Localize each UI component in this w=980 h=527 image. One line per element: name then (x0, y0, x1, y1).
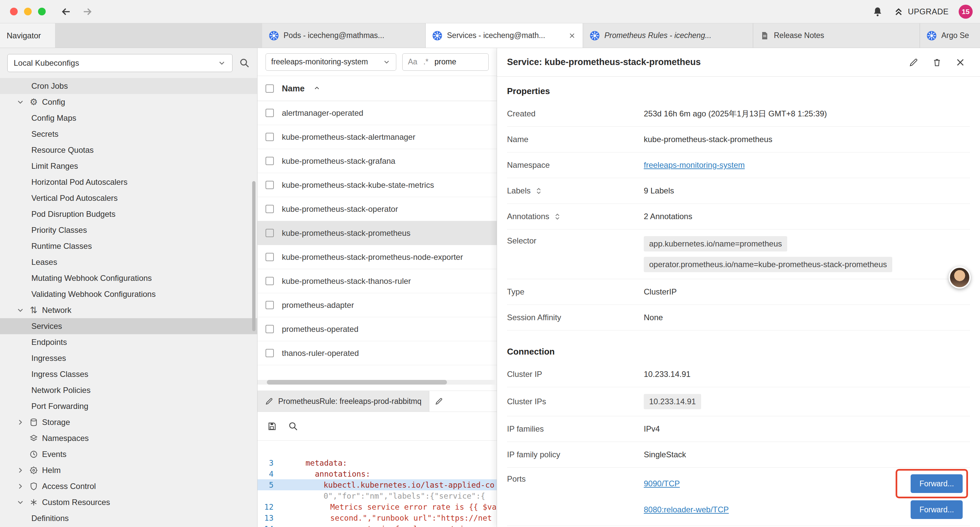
minimize-window-button[interactable] (24, 8, 32, 15)
search-icon[interactable] (239, 58, 250, 68)
table-row[interactable]: thanos-ruler-operated (258, 341, 497, 365)
sidebar-item-helm[interactable]: Helm (0, 462, 257, 478)
yaml-editor[interactable]: 3metadata: 4annotations: 5kubectl.kubern… (258, 441, 497, 527)
table-row[interactable]: kube-prometheus-stack-alertmanager (258, 125, 497, 149)
sidebar-item-leases[interactable]: Leases (0, 254, 257, 270)
editor-tab-prometheusrule[interactable]: PrometheusRule: freeleaps-prod-rabbitmq (258, 391, 429, 412)
row-checkbox[interactable] (266, 301, 274, 309)
edit-button[interactable] (908, 57, 919, 67)
sidebar-item-services[interactable]: Services (0, 318, 257, 334)
namespace-link[interactable]: freeleaps-monitoring-system (644, 159, 745, 171)
session-affinity-value: None (644, 312, 663, 323)
tab-services[interactable]: Services - icecheng@math... (426, 23, 583, 48)
row-checkbox[interactable] (266, 229, 274, 237)
table-row[interactable]: kube-prometheus-stack-thanos-ruler (258, 269, 497, 293)
table-row[interactable]: kube-prometheus-stack-kube-state-metrics (258, 173, 497, 197)
chevron-down-icon (383, 58, 391, 66)
row-checkbox[interactable] (266, 253, 274, 261)
horizontal-scrollbar[interactable] (258, 380, 497, 385)
row-checkbox[interactable] (266, 349, 274, 357)
regex-toggle[interactable]: .* (423, 57, 428, 66)
forward-port-button[interactable]: Forward... (911, 500, 963, 519)
sidebar-item-ingresses[interactable]: Ingresses (0, 350, 257, 366)
bell-icon[interactable] (872, 6, 883, 18)
sidebar-item-cron-jobs[interactable]: Cron Jobs (0, 78, 257, 94)
sidebar-item-pod-disruption-budgets[interactable]: Pod Disruption Budgets (0, 206, 257, 222)
expand-collapse-icon[interactable] (554, 212, 562, 220)
match-case-toggle[interactable]: Aa (408, 57, 417, 66)
tab-argo[interactable]: Argo Se (920, 23, 980, 48)
sidebar-item-endpoints[interactable]: Endpoints (0, 334, 257, 350)
forward-port-button[interactable]: Forward... (911, 474, 963, 493)
sidebar-item-storage[interactable]: Storage (0, 414, 257, 430)
delete-button[interactable] (932, 57, 942, 67)
editor-tab-hidden[interactable] (429, 391, 449, 412)
kubeconfig-selector[interactable]: Local Kubeconfigs (7, 54, 232, 72)
sidebar-item-network[interactable]: ⇅ Network (0, 302, 257, 318)
table-row[interactable]: kube-prometheus-stack-prometheus-node-ex… (258, 245, 497, 269)
sidebar-item-ingress-classes[interactable]: Ingress Classes (0, 366, 257, 382)
row-checkbox[interactable] (266, 325, 274, 333)
save-icon[interactable] (267, 421, 277, 431)
sidebar-item-definitions[interactable]: Definitions (0, 510, 257, 526)
row-checkbox[interactable] (266, 133, 274, 141)
table-row[interactable]: kube-prometheus-stack-grafana (258, 149, 497, 173)
close-icon[interactable] (955, 57, 965, 67)
sidebar-item-limit-ranges[interactable]: Limit Ranges (0, 158, 257, 174)
table-row[interactable]: prometheus-adapter (258, 293, 497, 317)
sidebar-item-config-maps[interactable]: Config Maps (0, 110, 257, 126)
search-icon[interactable] (288, 421, 298, 431)
sidebar-item-events[interactable]: Events (0, 446, 257, 462)
sidebar-item-network-policies[interactable]: Network Policies (0, 382, 257, 398)
table-row-selected[interactable]: kube-prometheus-stack-prometheus (258, 221, 497, 245)
sidebar-item-port-forwarding[interactable]: Port Forwarding (0, 398, 257, 414)
helm-icon (28, 466, 39, 475)
table-row[interactable]: alertmanager-operated (258, 101, 497, 125)
sidebar-item-runtime-classes[interactable]: Runtime Classes (0, 238, 257, 254)
sidebar-item-config[interactable]: ⚙ Config (0, 94, 257, 110)
sidebar-item-validating-webhook-configurations[interactable]: Validating Webhook Configurations (0, 286, 257, 302)
port-link-9090[interactable]: 9090/TCP (644, 479, 680, 488)
sidebar-item-resource-quotas[interactable]: Resource Quotas (0, 142, 257, 158)
select-all-checkbox[interactable] (266, 84, 274, 93)
port-link-8080-reloader-web[interactable]: 8080:reloader-web/TCP (644, 505, 729, 514)
sidebar-item-mutating-webhook-configurations[interactable]: Mutating Webhook Configurations (0, 270, 257, 286)
tab-label: Prometheus Rules - icecheng... (605, 31, 711, 40)
sidebar-item-vertical-pod-autoscalers[interactable]: Vertical Pod Autoscalers (0, 190, 257, 206)
upgrade-button[interactable]: UPGRADE (893, 6, 949, 17)
back-arrow-icon[interactable] (60, 6, 72, 18)
close-window-button[interactable] (10, 8, 18, 15)
row-checkbox[interactable] (266, 109, 274, 117)
name-column-header[interactable]: Name (282, 84, 305, 93)
namespace-filter-select[interactable]: freeleaps-monitoring-system (266, 53, 396, 71)
tab-prometheus-rules[interactable]: Prometheus Rules - icecheng... (583, 23, 753, 48)
details-header: Service: kube-prometheus-stack-prometheu… (497, 48, 980, 77)
sidebar-item-horizontal-pod-autoscalers[interactable]: Horizontal Pod Autoscalers (0, 174, 257, 190)
sidebar-item-access-control[interactable]: Access Control (0, 478, 257, 494)
sidebar-item-custom-resources[interactable]: Custom Resources (0, 494, 257, 510)
row-checkbox[interactable] (266, 157, 274, 165)
navigator-panel-header[interactable]: Navigator (0, 23, 55, 48)
forward-arrow-icon[interactable] (82, 6, 94, 18)
user-avatar[interactable] (949, 266, 970, 288)
row-checkbox[interactable] (266, 277, 274, 285)
tab-release-notes[interactable]: Release Notes (753, 23, 920, 48)
notification-count-badge[interactable]: 15 (959, 5, 973, 19)
table-row[interactable]: prometheus-operated (258, 317, 497, 341)
close-tab-icon[interactable] (568, 32, 576, 40)
sort-ascending-icon[interactable] (313, 85, 321, 92)
gear-icon: ⚙ (28, 97, 39, 107)
sidebar-item-priority-classes[interactable]: Priority Classes (0, 222, 257, 238)
tab-pods[interactable]: Pods - icecheng@mathmas... (262, 23, 426, 48)
service-search-input[interactable]: Aa .* prome (402, 53, 488, 71)
maximize-window-button[interactable] (38, 8, 46, 15)
sidebar-scrollbar[interactable] (252, 181, 256, 331)
session-affinity-row: Session Affinity None (507, 305, 970, 331)
horizontal-scrollbar-thumb[interactable] (267, 380, 447, 385)
sidebar-item-secrets[interactable]: Secrets (0, 126, 257, 142)
table-row[interactable]: kube-prometheus-stack-operator (258, 197, 497, 221)
sidebar-item-namespaces[interactable]: Namespaces (0, 430, 257, 446)
row-checkbox[interactable] (266, 205, 274, 213)
expand-collapse-icon[interactable] (535, 187, 543, 195)
row-checkbox[interactable] (266, 181, 274, 189)
